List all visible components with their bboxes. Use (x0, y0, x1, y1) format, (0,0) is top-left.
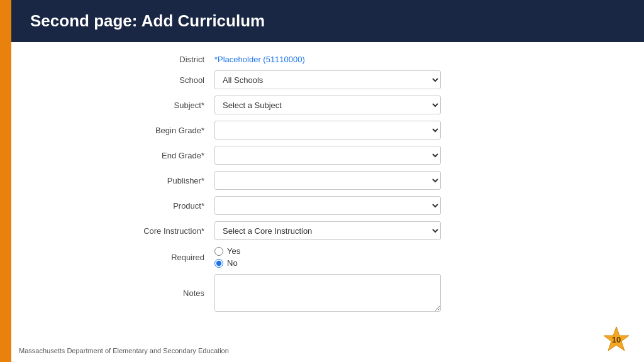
required-row: Required Yes No (89, 246, 567, 268)
required-radio-group: Yes No (214, 246, 240, 268)
footer-text: Massachusetts Department of Elementary a… (19, 347, 229, 354)
begin-grade-label: Begin Grade* (89, 126, 214, 135)
star-badge: 10 (601, 324, 631, 354)
required-no-text: No (227, 258, 238, 268)
subject-label: Subject* (89, 101, 214, 110)
required-yes-label[interactable]: Yes (214, 246, 240, 256)
main-content: District *Placeholder (51110000) School … (11, 42, 644, 324)
district-value: *Placeholder (51110000) (214, 55, 305, 64)
core-instruction-select[interactable]: Select a Core Instruction (214, 221, 441, 240)
notes-row: Notes (89, 274, 567, 312)
school-row: School All Schools (89, 70, 567, 89)
page-title: Second page: Add Curriculum (30, 11, 625, 31)
core-instruction-label: Core Instruction* (89, 226, 214, 236)
school-select[interactable]: All Schools (214, 70, 441, 89)
notes-textarea[interactable] (214, 274, 441, 312)
star-number: 10 (612, 335, 621, 344)
publisher-row: Publisher* (89, 171, 567, 190)
required-no-radio[interactable] (214, 259, 223, 268)
page-header: Second page: Add Curriculum (11, 0, 644, 42)
publisher-label: Publisher* (89, 176, 214, 185)
left-accent (0, 0, 11, 362)
subject-row: Subject* Select a Subject (89, 96, 567, 114)
core-instruction-row: Core Instruction* Select a Core Instruct… (89, 221, 567, 240)
begin-grade-select[interactable] (214, 121, 441, 140)
school-label: School (89, 75, 214, 85)
required-yes-radio[interactable] (214, 247, 223, 256)
required-no-label[interactable]: No (214, 258, 240, 268)
begin-grade-row: Begin Grade* (89, 121, 567, 140)
publisher-select[interactable] (214, 171, 441, 190)
notes-label: Notes (89, 288, 214, 298)
district-row: District *Placeholder (51110000) (89, 55, 567, 64)
end-grade-label: End Grade* (89, 151, 214, 160)
form-container: District *Placeholder (51110000) School … (89, 55, 567, 312)
product-select[interactable] (214, 196, 441, 215)
end-grade-select[interactable] (214, 146, 441, 165)
end-grade-row: End Grade* (89, 146, 567, 165)
subject-select[interactable]: Select a Subject (214, 96, 441, 114)
required-label: Required (89, 253, 214, 262)
required-yes-text: Yes (227, 246, 240, 256)
district-label: District (89, 55, 214, 64)
star-shape: 10 (601, 324, 631, 354)
footer: Massachusetts Department of Elementary a… (19, 347, 229, 354)
product-label: Product* (89, 201, 214, 211)
product-row: Product* (89, 196, 567, 215)
